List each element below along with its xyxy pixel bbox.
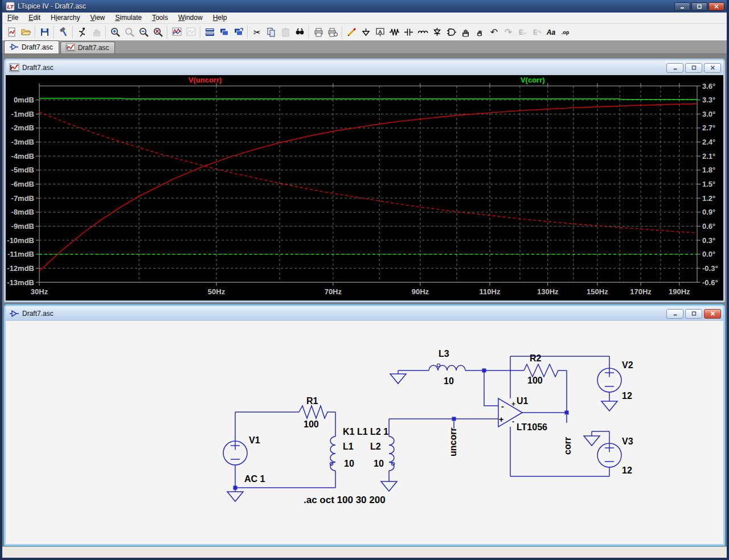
- zoom-in-icon[interactable]: [108, 26, 122, 39]
- cascade-windows-icon[interactable]: [217, 26, 231, 39]
- trace-v-corr-magnitude[interactable]: [39, 98, 697, 100]
- menu-tools[interactable]: Tools: [147, 13, 173, 23]
- autorange-y-axis-icon[interactable]: [170, 26, 184, 39]
- ground-symbol[interactable]: [601, 401, 617, 411]
- inductor-l3[interactable]: [429, 364, 465, 370]
- tile-windows-icon[interactable]: [203, 26, 217, 39]
- label-r2[interactable]: R2: [530, 353, 542, 363]
- value-v3[interactable]: 12: [622, 466, 632, 475]
- value-l2[interactable]: 10: [374, 459, 384, 468]
- schematic-canvas[interactable]: V1 AC 1 R1 100 K1 L1 L2 1 L1 10 L2 10 L3…: [6, 321, 723, 544]
- cut-icon[interactable]: ✂: [250, 26, 264, 39]
- resistor-r2[interactable]: [524, 364, 567, 377]
- drag-icon[interactable]: [473, 26, 487, 39]
- legend-vcorr[interactable]: V(corr): [521, 76, 545, 84]
- menu-window[interactable]: Window: [173, 13, 208, 23]
- zoom-back-icon: [122, 26, 137, 39]
- open-file-icon[interactable]: [19, 26, 33, 39]
- schematic-close-button[interactable]: [704, 309, 721, 319]
- plot-canvas[interactable]: 0mdB-1mdB-2mdB-3mdB-4mdB-5mdB-6mdB-7mdB-…: [6, 75, 723, 300]
- zoom-out-icon[interactable]: [137, 26, 151, 39]
- text-icon[interactable]: Aa: [544, 26, 558, 39]
- part-u1[interactable]: LT1056: [517, 422, 547, 432]
- label-v3[interactable]: V3: [622, 437, 633, 446]
- label-l2[interactable]: L2: [370, 442, 381, 451]
- undo-icon[interactable]: ↶: [487, 26, 501, 39]
- inductor-l1[interactable]: [330, 437, 335, 488]
- voltage-source-v2[interactable]: [597, 356, 621, 401]
- component-icon[interactable]: [444, 26, 458, 39]
- value-r1[interactable]: 100: [304, 419, 319, 429]
- waveform-plot[interactable]: 0mdB-1mdB-2mdB-3mdB-4mdB-5mdB-6mdB-7mdB-…: [6, 75, 723, 300]
- maximize-button[interactable]: [691, 2, 707, 11]
- spice-directive-text[interactable]: .ac oct 100 30 200: [304, 495, 386, 505]
- label-r1[interactable]: R1: [306, 396, 318, 406]
- voltage-source-v1[interactable]: [223, 412, 247, 488]
- arrange-windows-icon[interactable]: [231, 26, 245, 39]
- ground-symbol[interactable]: [584, 431, 609, 446]
- main-titlebar[interactable]: LT LTspice IV - Draft7.asc: [2, 0, 727, 13]
- spice-directive-icon[interactable]: .op: [558, 26, 572, 39]
- value-v2[interactable]: 12: [622, 391, 632, 401]
- label-l3[interactable]: L3: [439, 349, 449, 359]
- net-label-uncorr[interactable]: uncorr: [448, 427, 458, 456]
- trace-v-uncorr-phase[interactable]: [39, 112, 697, 233]
- net-label-corr[interactable]: corr: [563, 437, 572, 455]
- ground-symbol[interactable]: [227, 492, 243, 501]
- plot-close-button[interactable]: [704, 63, 721, 73]
- diode-icon[interactable]: [430, 26, 444, 39]
- new-schematic-icon[interactable]: [5, 26, 19, 39]
- wire[interactable]: [235, 488, 335, 492]
- trace-v-uncorr-magnitude[interactable]: [39, 104, 697, 271]
- wire[interactable]: [484, 370, 498, 406]
- inductor-icon[interactable]: [416, 26, 430, 39]
- label-k1-directive[interactable]: K1 L1 L2 1: [343, 427, 388, 437]
- value-r2[interactable]: 100: [527, 376, 543, 385]
- schematic-minimize-button[interactable]: [666, 309, 683, 319]
- schematic-maximize-button[interactable]: [685, 309, 702, 319]
- value-l1[interactable]: 10: [344, 459, 354, 468]
- tab-waveform-draft7.asc[interactable]: Draft7.asc: [60, 42, 116, 53]
- move-icon[interactable]: [458, 26, 473, 39]
- ground-icon[interactable]: [359, 26, 373, 39]
- value-l3[interactable]: 10: [444, 376, 454, 386]
- minimize-button[interactable]: [674, 2, 690, 11]
- print-preview-icon[interactable]: [326, 26, 340, 39]
- menu-simulate[interactable]: Simulate: [110, 13, 147, 23]
- right-axis-label: 1.8°: [702, 166, 715, 174]
- label-l1[interactable]: L1: [343, 442, 354, 451]
- voltage-source-v3[interactable]: [597, 443, 621, 476]
- plot-window-titlebar[interactable]: Draft7.asc: [6, 60, 723, 75]
- menu-edit[interactable]: Edit: [23, 13, 46, 23]
- menu-help[interactable]: Help: [208, 13, 232, 23]
- value-v1[interactable]: AC 1: [244, 474, 265, 484]
- label-v2[interactable]: V2: [622, 360, 633, 370]
- wire-icon[interactable]: [345, 26, 359, 39]
- menu-hierarchy[interactable]: Hierarchy: [46, 13, 85, 23]
- ground-symbol[interactable]: [381, 481, 397, 491]
- run-icon[interactable]: [75, 26, 89, 39]
- copy-icon[interactable]: [264, 26, 279, 39]
- resistor-r1[interactable]: [299, 406, 335, 418]
- zoom-full-extents-icon[interactable]: [151, 26, 165, 39]
- inductor-l2[interactable]: [389, 419, 395, 481]
- find-icon[interactable]: [293, 26, 307, 39]
- schematic-drawing[interactable]: V1 AC 1 R1 100 K1 L1 L2 1 L1 10 L2 10 L3…: [6, 322, 723, 545]
- print-icon[interactable]: [312, 26, 326, 39]
- capacitor-icon[interactable]: [402, 26, 416, 39]
- label-u1[interactable]: U1: [517, 396, 529, 406]
- tab-schematic-draft7.asc[interactable]: Draft7.asc: [4, 40, 59, 53]
- legend-vuncorr[interactable]: V(uncorr): [189, 76, 222, 84]
- save-icon[interactable]: [38, 26, 52, 39]
- menu-file[interactable]: File: [2, 13, 23, 23]
- menu-view[interactable]: View: [85, 13, 110, 23]
- net-label-icon[interactable]: A: [373, 26, 387, 39]
- close-button[interactable]: [708, 2, 724, 11]
- ground-symbol[interactable]: [390, 370, 429, 384]
- resistor-icon[interactable]: [387, 26, 402, 39]
- control-panel-icon[interactable]: [56, 26, 71, 39]
- label-v1[interactable]: V1: [249, 435, 260, 445]
- plot-minimize-button[interactable]: [666, 63, 683, 73]
- schematic-window-titlebar[interactable]: Draft7.asc: [6, 306, 723, 321]
- plot-maximize-button[interactable]: [685, 63, 702, 73]
